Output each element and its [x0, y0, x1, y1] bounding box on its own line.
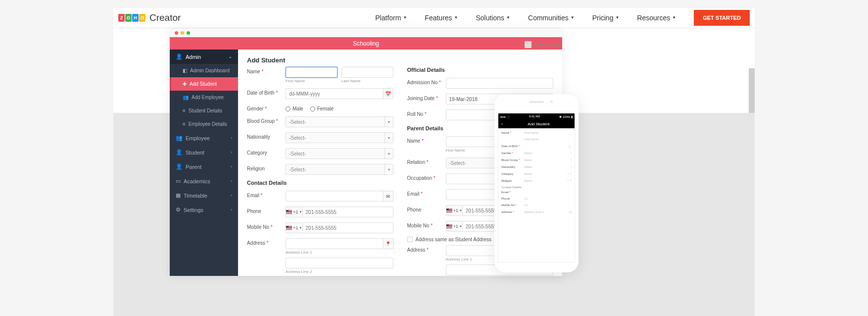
parent-address-label: Address [407, 247, 426, 253]
relation-label: Relation [407, 159, 426, 165]
phone-last-name[interactable]: Last Name [524, 138, 572, 141]
mobile-input[interactable] [302, 222, 393, 233]
phone-phone[interactable]: +1 [524, 197, 572, 200]
page-scrollbar[interactable] [749, 68, 755, 113]
gender-male-radio[interactable]: Male [286, 106, 303, 111]
phone-header: ‹ Add Student [498, 119, 575, 128]
chevron-down-icon: ▼ [615, 15, 619, 20]
chevron-down-icon[interactable]: ▼ [385, 164, 393, 175]
phone-input[interactable] [302, 207, 393, 217]
name-label: Name [247, 69, 260, 74]
country-code-select[interactable]: +1▼ [286, 207, 302, 217]
sidebar-item-add-employee[interactable]: 👥Add Employee [170, 91, 238, 104]
sidebar-section-employee[interactable]: 👥Employee› [170, 131, 238, 145]
blood-select[interactable] [286, 116, 393, 127]
admission-input[interactable] [446, 78, 554, 89]
close-icon[interactable] [175, 31, 178, 35]
address-label: Address [247, 240, 265, 246]
gender-female-radio[interactable]: Female [310, 106, 334, 111]
sidebar-item-employee-details[interactable]: ≡Employee Details [170, 117, 238, 131]
gear-icon: ⚙ [176, 207, 181, 213]
blood-label: Blood Group [247, 118, 275, 124]
mail-icon[interactable]: ✉ [384, 191, 393, 202]
minimize-icon[interactable] [181, 31, 184, 35]
first-name-input[interactable] [286, 67, 338, 78]
sidebar-section-student[interactable]: 👤Student› [170, 145, 238, 159]
nav-pricing[interactable]: Pricing▼ [592, 14, 620, 22]
list-icon: ≡ [183, 108, 186, 113]
top-navigation: ZOHO Creator Platform▼ Features▼ Solutio… [113, 7, 755, 28]
flag-us-icon [286, 210, 292, 214]
flag-us-icon [286, 226, 292, 230]
last-name-input[interactable] [341, 67, 393, 78]
dob-label: Date of Birth [247, 90, 275, 96]
roll-label: Roll No [407, 111, 424, 117]
avatar [525, 41, 531, 48]
phone-religion[interactable]: Select› + [524, 179, 572, 182]
nationality-select[interactable] [286, 132, 393, 143]
back-icon[interactable]: ‹ [501, 122, 503, 126]
calendar-icon[interactable]: 📅 [383, 88, 393, 99]
phone-dob[interactable]: ▢ [524, 144, 572, 148]
sidebar-section-parent[interactable]: 👤Parent› [170, 159, 238, 174]
address-line2-input[interactable] [286, 258, 393, 268]
parent-first-name-input[interactable] [446, 136, 498, 147]
nav-features[interactable]: Features▼ [425, 14, 458, 22]
flag-us-icon [446, 209, 452, 212]
category-select[interactable] [286, 148, 393, 159]
email-input[interactable] [286, 191, 384, 202]
religion-label: Religion [247, 166, 265, 171]
location-icon[interactable]: 📍 [384, 238, 393, 249]
calendar-icon: ▢ [569, 144, 572, 148]
country-code-select[interactable]: +1▼ [286, 222, 302, 233]
sidebar-item-admin-dashboard[interactable]: ◧Admin Dashboard [170, 64, 238, 77]
phone-category[interactable]: Select› + [524, 172, 572, 175]
location-icon: ◎ [569, 210, 572, 213]
sidebar-section-admin[interactable]: 👤Admin ⌄ [170, 50, 238, 64]
phone-blood[interactable]: Select› [524, 158, 572, 161]
address-line1-input[interactable] [286, 238, 384, 249]
chevron-down-icon[interactable]: ▼ [385, 148, 393, 159]
nav-platform[interactable]: Platform▼ [375, 14, 407, 22]
nav-communities[interactable]: Communities▼ [528, 14, 575, 22]
parent-mobile-label: Mobile No [407, 223, 430, 228]
phone-status-bar: ●●● ⬚9:41 AM✱ 100% ▮ [498, 113, 575, 119]
phone-nationality[interactable]: Select› [524, 165, 572, 168]
chevron-down-icon: ▼ [403, 15, 407, 20]
religion-select[interactable] [286, 164, 393, 175]
sidebar-section-timetable[interactable]: ▦Timetable› [170, 188, 238, 203]
chevron-down-icon: ▼ [506, 15, 510, 20]
logo[interactable]: ZOHO Creator [118, 12, 181, 23]
country-code-select[interactable]: +1▼ [446, 221, 463, 232]
phone-contact-header: Contact Details [501, 186, 572, 189]
window-controls [170, 28, 562, 37]
sidebar-item-student-details[interactable]: ≡Student Details [170, 104, 238, 117]
phone-mobile[interactable]: +1 [524, 204, 572, 207]
flag-us-icon [446, 224, 452, 228]
nav-solutions[interactable]: Solutions▼ [476, 14, 511, 22]
phone-address[interactable]: Address Line 1◎ [524, 210, 572, 213]
dob-input[interactable] [286, 88, 383, 99]
joining-label: Joining Date [407, 96, 435, 101]
phone-label: Phone [247, 209, 261, 214]
phone-first-name[interactable]: First Name [524, 131, 572, 134]
phone-mockup: ●●● ⬚9:41 AM✱ 100% ▮ ‹ Add Student Name … [494, 94, 579, 272]
get-started-button[interactable]: GET STARTED [694, 10, 750, 26]
maximize-icon[interactable] [187, 31, 190, 35]
sidebar-item-add-student[interactable]: ✚Add Student [170, 77, 238, 91]
parent-phone-label: Phone [407, 207, 422, 212]
category-label: Category [247, 150, 267, 156]
nav-resources[interactable]: Resources▼ [637, 14, 676, 22]
chevron-down-icon: ▼ [571, 15, 575, 20]
plus-icon: ✚ [183, 81, 187, 87]
admission-label: Admission No [407, 80, 438, 85]
phone-gender[interactable]: Select› [524, 151, 572, 155]
chevron-down-icon: ▼ [672, 15, 676, 20]
sidebar: 👤Admin ⌄ ◧Admin Dashboard ✚Add Student 👥… [170, 50, 238, 276]
sidebar-section-settings[interactable]: ⚙Settings› [170, 203, 238, 217]
sidebar-section-academics[interactable]: ▭Academics› [170, 174, 238, 188]
chevron-down-icon[interactable]: ▼ [385, 116, 393, 127]
occupation-label: Occupation [407, 175, 433, 181]
country-code-select[interactable]: +1▼ [446, 205, 463, 216]
chevron-down-icon[interactable]: ▼ [385, 132, 393, 143]
